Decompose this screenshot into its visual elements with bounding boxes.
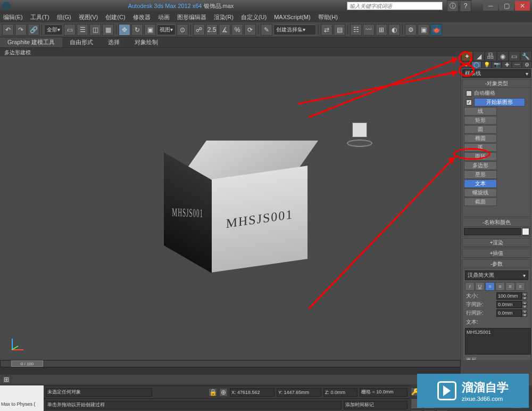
align-justify-button[interactable]: ≡ <box>516 282 525 291</box>
scale-icon[interactable]: ▣ <box>144 24 156 36</box>
object-color-swatch[interactable] <box>522 228 529 235</box>
window-crossing-icon[interactable]: ▦ <box>102 24 114 36</box>
shape-circle[interactable]: 圆 <box>464 125 497 134</box>
menu-group[interactable]: 组(G) <box>57 13 71 21</box>
shape-text[interactable]: 文本 <box>464 179 497 188</box>
maximize-button[interactable]: ▢ <box>499 1 514 11</box>
coord-y[interactable]: Y: 1447.65mm <box>277 388 321 397</box>
rollout-name[interactable]: - 名称和颜色 <box>463 218 530 227</box>
geometry-icon[interactable]: ● <box>461 61 471 68</box>
coord-z[interactable]: Z: 0.0mm <box>323 388 358 397</box>
align-center-button[interactable]: ≡ <box>495 282 505 291</box>
italic-button[interactable]: I <box>465 282 475 291</box>
mirror-icon[interactable]: ⇄ <box>321 24 332 36</box>
track-expand-icon[interactable]: ⊞ <box>2 376 11 383</box>
hierarchy-tab-icon[interactable]: 品 <box>485 51 496 61</box>
lights-icon[interactable]: 💡 <box>481 61 492 68</box>
named-selection[interactable]: 创建选择集 ▾ <box>273 24 316 35</box>
create-tab-icon[interactable]: ✦ <box>461 51 473 61</box>
menu-modifiers[interactable]: 修改器 <box>133 13 151 21</box>
shape-rect[interactable]: 矩形 <box>464 116 497 125</box>
ref-coord[interactable]: 视图 ▾ <box>157 24 176 35</box>
menu-customize[interactable]: 自定义(U) <box>241 13 267 21</box>
edit-named-sel-icon[interactable]: ✎ <box>261 24 272 36</box>
utilities-tab-icon[interactable]: 🔧 <box>520 51 532 61</box>
shape-line[interactable]: 线 <box>464 107 497 116</box>
menu-create[interactable]: 创建(C) <box>105 13 125 21</box>
motion-tab-icon[interactable]: ◉ <box>497 51 509 61</box>
rollout-objtype[interactable]: - 对象类型 <box>463 79 530 88</box>
rollout-params[interactable]: - 参数 <box>463 260 530 268</box>
menu-edit[interactable]: 编辑(E) <box>3 13 23 21</box>
kerning-spinner[interactable]: 0.0mm <box>496 301 522 308</box>
ribbon-tab-graphite[interactable]: Graphite 建模工具 <box>0 37 62 47</box>
viewport[interactable]: MHSJS001 MHSJS001 <box>0 56 461 360</box>
move-icon[interactable]: ✥ <box>119 24 130 36</box>
ribbon-tab-select[interactable]: 选择 <box>101 37 127 47</box>
coord-x[interactable]: X: 47618.562 <box>230 388 275 397</box>
select-name-icon[interactable]: ☰ <box>77 24 88 36</box>
redo-icon[interactable]: ↷ <box>15 24 27 36</box>
menu-grapheditor[interactable]: 图形编辑器 <box>177 13 206 21</box>
time-slider[interactable]: 0 / 100 <box>0 360 461 367</box>
leading-spinner[interactable]: 0.0mm <box>496 309 522 317</box>
object-name-input[interactable] <box>464 228 521 235</box>
text-input[interactable]: MHSJS001 <box>465 328 531 355</box>
selection-filter[interactable]: 全部 ▾ <box>44 24 63 35</box>
minimize-button[interactable]: ─ <box>483 1 498 11</box>
modify-tab-icon[interactable]: ◢ <box>473 51 485 61</box>
helpers-icon[interactable]: ✚ <box>502 61 512 68</box>
rotate-icon[interactable]: ↻ <box>131 24 143 36</box>
shape-ngon[interactable]: 多边形 <box>464 161 497 170</box>
systems-icon[interactable]: ⚙ <box>522 61 532 68</box>
cameras-icon[interactable]: 📷 <box>492 61 502 68</box>
align-right-button[interactable]: ≡ <box>505 282 515 291</box>
help-icon[interactable]: ? <box>460 0 471 12</box>
size-down[interactable]: ▾ <box>522 296 527 300</box>
view-cube[interactable] <box>344 120 376 147</box>
material-icon[interactable]: ◐ <box>388 24 400 36</box>
menu-render[interactable]: 渲染(R) <box>214 13 234 21</box>
render-icon[interactable]: 🫖 <box>430 24 442 36</box>
render-frame-icon[interactable]: ▣ <box>418 24 429 36</box>
rollout-interp[interactable]: + 插值 <box>463 249 530 258</box>
shape-helix[interactable]: 螺旋线 <box>464 188 497 197</box>
percent-snap-icon[interactable]: % <box>231 24 243 36</box>
shapes-icon[interactable]: ◯ <box>471 61 481 68</box>
font-dropdown[interactable]: 汉鼎简大黑▾ <box>465 270 528 280</box>
link-icon[interactable]: 🔗 <box>28 24 39 36</box>
select-icon[interactable]: ▭ <box>64 24 76 36</box>
layers-icon[interactable]: ☷ <box>350 24 362 36</box>
pivot-icon[interactable]: ⊙ <box>177 24 188 36</box>
size-up[interactable]: ▴ <box>522 292 527 296</box>
display-tab-icon[interactable]: ▭ <box>509 51 520 61</box>
snap-toggle-icon[interactable]: 2.5 <box>206 24 218 36</box>
undo-icon[interactable]: ↶ <box>2 24 14 36</box>
schematic-icon[interactable]: ⊞ <box>376 24 387 36</box>
menu-maxscript[interactable]: MAXScript(M) <box>274 14 310 20</box>
transform-type-icon[interactable]: ⊕ <box>219 388 228 397</box>
align-icon[interactable]: ▤ <box>334 24 345 36</box>
rollout-render[interactable]: + 渲染 <box>463 239 530 247</box>
lock-icon[interactable]: 🔒 <box>209 388 217 397</box>
underline-button[interactable]: U <box>475 282 485 291</box>
startshape-checkbox[interactable]: ✓ <box>466 100 472 105</box>
shape-ellipse[interactable]: 椭圆 <box>464 134 497 143</box>
shape-donut[interactable]: 圆环 <box>464 152 497 161</box>
autogrid-checkbox[interactable] <box>466 91 472 96</box>
shape-arc[interactable]: 弧 <box>464 143 497 152</box>
menu-tools[interactable]: 工具(T) <box>30 13 49 21</box>
spinner-snap-icon[interactable]: ⟳ <box>244 24 256 36</box>
render-setup-icon[interactable]: ⚙ <box>405 24 417 36</box>
ribbon-tab-freeform[interactable]: 自由形式 <box>62 37 101 47</box>
curve-editor-icon[interactable]: 〰 <box>363 24 375 36</box>
shape-star[interactable]: 星形 <box>464 170 497 179</box>
add-time-tag[interactable]: 添加时间标记 <box>344 401 408 409</box>
align-left-button[interactable]: ≡ <box>485 282 495 291</box>
maxscript-listener[interactable]: Max to Physes ( <box>0 385 44 411</box>
manipulate-icon[interactable]: ☍ <box>193 24 205 36</box>
close-button[interactable]: ✕ <box>515 1 530 11</box>
shape-category[interactable]: 样条线▾ <box>462 69 531 78</box>
shape-section[interactable]: 截面 <box>464 198 497 206</box>
menu-views[interactable]: 视图(V) <box>79 13 98 21</box>
